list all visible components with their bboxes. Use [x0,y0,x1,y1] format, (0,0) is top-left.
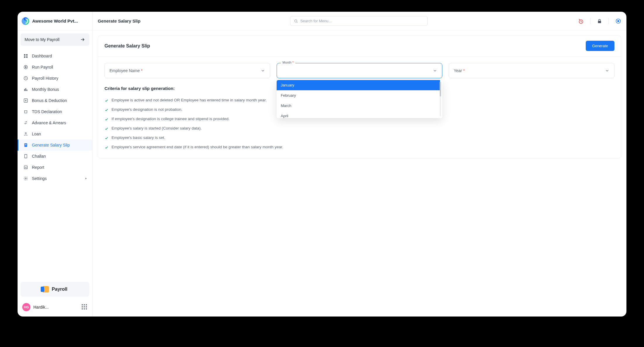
svg-rect-7 [25,88,26,91]
history-icon [23,76,28,81]
criteria-text: Employee is active and not deleted OR Em… [112,98,267,102]
sidebar-item-tds-declaration[interactable]: TDS Declaration [18,106,92,117]
sidebar-item-label: Settings [32,176,47,181]
svg-rect-17 [26,167,26,168]
breadcrumb: Generate Salary Slip [98,18,141,23]
sidebar-item-challan[interactable]: Challan [18,151,92,162]
sidebar-item-label: Generate Salary Slip [32,143,70,147]
criteria-item: Employee's salary is started (Consider s… [105,124,614,133]
chat-icon[interactable] [615,18,621,24]
sidebar-item-monthly-bonus[interactable]: Monthly Bonus [18,84,92,95]
month-option-april[interactable]: April [277,111,440,118]
check-icon [105,108,109,112]
sidebar-item-report[interactable]: Report [18,162,92,173]
svg-rect-8 [27,90,28,91]
month-float-label: Month * [281,61,295,64]
timer-icon[interactable] [577,18,584,24]
year-select[interactable]: Year * [449,63,614,78]
content: Generate Salary Slip Generate Employee N… [93,30,626,317]
svg-point-10 [25,132,26,134]
month-dropdown: January February March April [277,80,442,118]
criteria-text: Employee's designation is not probation. [112,107,182,112]
sidebar-item-run-payroll[interactable]: Run Payroll [18,62,92,73]
svg-rect-12 [25,144,26,144]
check-icon [105,136,109,140]
required-mark: * [292,61,294,64]
sidebar-nav: Dashboard Run Payroll Payroll History Mo… [18,49,92,279]
svg-rect-0 [24,54,25,56]
sidebar-item-payroll-history[interactable]: Payroll History [18,73,92,84]
module-name: Payroll [52,287,67,292]
brand: Awesome World Pvt... [18,12,92,30]
svg-rect-14 [25,154,27,158]
plus-minus-icon [23,98,28,103]
exchange-icon [23,120,28,125]
criteria-item: Employee's service agreement end date (i… [105,142,614,152]
required-mark: * [141,68,142,73]
filter-row: Employee Name * Month * [105,63,614,78]
search-input-wrap[interactable] [290,16,428,26]
month-option-march[interactable]: March [277,101,440,111]
move-to-my-payroll[interactable]: Move to My Payroll [20,33,89,46]
sidebar-item-label: Dashboard [32,54,52,58]
search-input[interactable] [300,19,424,23]
brand-logo-icon [22,17,29,25]
lock-icon[interactable] [597,18,602,24]
avatar: HG [22,303,30,311]
user-row[interactable]: HG Hardik... [20,301,89,314]
criteria-text: Employee's basic salary is set. [112,135,165,140]
topbar: Generate Salary Slip [93,12,626,30]
sidebar-item-bonus-deduction[interactable]: Bonus & Deduction [18,95,92,106]
svg-point-24 [617,20,619,22]
month-option-january[interactable]: January [277,80,440,90]
sidebar-item-label: Run Payroll [32,65,53,69]
criteria-text: Employee's service agreement end date (i… [112,145,283,149]
brand-name: Awesome World Pvt... [32,18,78,23]
page-title: Generate Salary Slip [105,43,150,49]
sidebar-bottom: Payroll HG Hardik... [18,279,92,317]
chart-icon [23,165,28,170]
receipt-icon [23,142,28,148]
salary-slip-card: Generate Salary Slip Generate Employee N… [98,35,621,159]
criteria-text: If employee's designation is college tra… [112,117,229,121]
apps-icon[interactable] [82,304,88,310]
card-body: Employee Name * Month * [98,57,621,158]
separator [609,18,609,24]
sidebar-item-label: Challan [32,154,46,159]
sidebar-item-loan[interactable]: Loan [18,128,92,140]
search-icon [294,19,298,23]
svg-point-19 [25,178,26,179]
search-wrap [146,16,571,26]
play-circle-icon [23,64,28,70]
dropdown-scrollbar-thumb[interactable] [440,82,441,96]
sidebar-item-label: Monthly Bonus [32,87,59,92]
month-select[interactable] [277,63,442,78]
svg-rect-1 [26,54,28,56]
svg-point-20 [294,20,297,22]
main: Generate Salary Slip Generate Salary Sli… [93,12,626,317]
year-field: Year * [449,63,614,78]
sidebar-item-label: Bonus & Deduction [32,98,67,103]
sidebar-item-dashboard[interactable]: Dashboard [18,50,92,62]
gear-icon [23,176,28,181]
svg-rect-3 [26,56,28,58]
svg-rect-13 [25,145,26,145]
module-badge[interactable]: Payroll [20,282,89,297]
sidebar-item-settings[interactable]: Settings [18,173,92,184]
employee-label: Employee Name [109,68,140,73]
arrow-right-icon [80,37,85,42]
svg-rect-18 [27,168,27,168]
required-mark: * [463,68,465,73]
sidebar-item-generate-salary-slip[interactable]: Generate Salary Slip [18,140,92,151]
month-field: Month * January February March [277,63,442,78]
sidebar-item-advance-arrears[interactable]: Advance & Arrears [18,117,92,128]
top-actions [577,18,621,24]
generate-button[interactable]: Generate [586,41,614,51]
user-name: Hardik... [33,305,79,309]
employee-select[interactable]: Employee Name * [105,63,270,78]
dropdown-scrollbar[interactable] [440,82,441,116]
month-option-february[interactable]: February [277,90,440,101]
grid-icon [23,53,28,59]
svg-rect-22 [598,21,601,23]
card-header: Generate Salary Slip Generate [98,35,621,57]
